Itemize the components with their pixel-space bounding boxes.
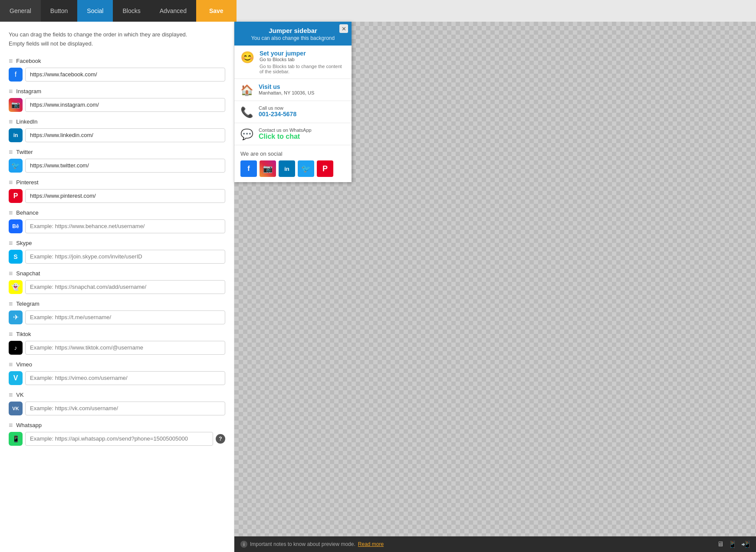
- drag-handle-pinterest[interactable]: ≡: [9, 179, 13, 186]
- label-snapchat: Snapchat: [16, 270, 40, 277]
- jumper-title: Set your jumper: [260, 50, 345, 57]
- sidebar-block-whatsapp: 💬 Contact us on WhatsApp Click to chat: [234, 123, 352, 145]
- tab-general[interactable]: General: [0, 0, 41, 22]
- label-facebook: Facebook: [16, 58, 41, 64]
- icon-skype: S: [9, 250, 23, 264]
- input-behance[interactable]: [25, 219, 225, 233]
- bottom-bar-actions: 🖥 📱 📲: [717, 540, 750, 549]
- input-pinterest[interactable]: [25, 189, 225, 203]
- call-phone: 001-234-5678: [259, 111, 345, 118]
- drag-handle-facebook[interactable]: ≡: [9, 57, 13, 65]
- social-section: We are on social f 📷 in 🐦 P: [234, 145, 352, 182]
- icon-whatsapp: 📱: [9, 432, 23, 446]
- input-whatsapp[interactable]: [25, 432, 213, 446]
- drag-handle-tiktok[interactable]: ≡: [9, 330, 13, 338]
- drag-handle-skype[interactable]: ≡: [9, 239, 13, 247]
- preview-icon-facebook[interactable]: f: [240, 160, 257, 177]
- call-label: Call us now: [259, 105, 345, 111]
- icon-twitter: 🐦: [9, 159, 23, 173]
- preview-icon-linkedin[interactable]: in: [279, 160, 295, 177]
- label-pinterest: Pinterest: [16, 179, 38, 186]
- help-icon-whatsapp[interactable]: ?: [216, 434, 225, 444]
- mobile-icon[interactable]: 📲: [741, 540, 750, 549]
- left-panel: You can drag the fields to change the or…: [0, 22, 234, 552]
- input-vk[interactable]: [25, 402, 225, 415]
- input-tiktok[interactable]: [25, 341, 225, 355]
- tab-blocks[interactable]: Blocks: [113, 0, 150, 22]
- sidebar-preview: ✕ Jumper sidebar You can also change thi…: [234, 22, 352, 182]
- label-linkedin: LinkedIn: [16, 118, 37, 125]
- input-facebook[interactable]: [25, 68, 225, 82]
- sidebar-block-jumper: 😊 Set your jumper Go to Blocks tab Go to…: [234, 46, 352, 79]
- preview-icon-instagram[interactable]: 📷: [260, 160, 276, 177]
- icon-behance: Bē: [9, 219, 23, 233]
- visit-title: Visit us: [259, 83, 345, 90]
- tab-social[interactable]: Social: [77, 0, 113, 22]
- social-field-facebook: ≡ Facebook f: [9, 57, 225, 82]
- whatsapp-label: Contact us on WhatsApp: [259, 127, 345, 133]
- sidebar-subtitle: You can also change this backgrond: [241, 35, 345, 41]
- social-field-tiktok: ≡ Tiktok ♪: [9, 330, 225, 355]
- whatsapp-action[interactable]: Click to chat: [259, 133, 345, 140]
- sidebar-close-button[interactable]: ✕: [339, 24, 348, 33]
- smiley-icon: 😊: [240, 51, 254, 64]
- sidebar-header: ✕ Jumper sidebar You can also change thi…: [234, 22, 352, 46]
- social-field-whatsapp: ≡ Whatsapp 📱 ?: [9, 421, 225, 446]
- social-field-behance: ≡ Behance Bē: [9, 209, 225, 233]
- preview-icon-pinterest[interactable]: P: [317, 160, 333, 177]
- drag-handle-behance[interactable]: ≡: [9, 209, 13, 217]
- home-icon: 🏠: [240, 84, 253, 96]
- icon-instagram: 📷: [9, 98, 23, 112]
- tab-button[interactable]: Button: [41, 0, 77, 22]
- read-more-link[interactable]: Read more: [358, 541, 384, 547]
- tablet-icon[interactable]: 📱: [728, 540, 737, 549]
- bottom-bar-info: i Important notes to know about preview …: [240, 541, 384, 548]
- label-whatsapp: Whatsapp: [16, 422, 42, 428]
- social-section-title: We are on social: [240, 150, 345, 157]
- right-panel: ✕ Jumper sidebar You can also change thi…: [234, 22, 756, 552]
- monitor-icon[interactable]: 🖥: [717, 540, 724, 549]
- input-vimeo[interactable]: [25, 371, 225, 385]
- input-linkedin[interactable]: [25, 128, 225, 142]
- drag-handle-snapchat[interactable]: ≡: [9, 270, 13, 278]
- save-button[interactable]: Save: [196, 0, 237, 22]
- input-snapchat[interactable]: [25, 280, 225, 294]
- social-field-vk: ≡ VK VK: [9, 391, 225, 415]
- whatsapp-icon: 💬: [240, 128, 253, 140]
- social-icons-row: f 📷 in 🐦 P: [240, 160, 345, 177]
- label-instagram: Instagram: [16, 88, 41, 95]
- icon-facebook: f: [9, 68, 23, 82]
- icon-telegram: ✈: [9, 310, 23, 324]
- preview-icon-twitter[interactable]: 🐦: [298, 160, 314, 177]
- jumper-desc: Go to Blocks tab to change the content o…: [260, 64, 345, 74]
- social-field-pinterest: ≡ Pinterest P: [9, 179, 225, 203]
- sidebar-title: Jumper sidebar: [241, 27, 345, 34]
- info-icon: i: [240, 541, 247, 548]
- input-skype[interactable]: [25, 250, 225, 264]
- drag-handle-twitter[interactable]: ≡: [9, 148, 13, 156]
- icon-linkedin: in: [9, 128, 23, 142]
- social-field-telegram: ≡ Telegram ✈: [9, 300, 225, 324]
- bottom-bar-text: Important notes to know about preview mo…: [250, 541, 355, 547]
- label-skype: Skype: [16, 240, 32, 246]
- icon-tiktok: ♪: [9, 341, 23, 355]
- input-telegram[interactable]: [25, 310, 225, 324]
- drag-handle-telegram[interactable]: ≡: [9, 300, 13, 308]
- drag-handle-vimeo[interactable]: ≡: [9, 361, 13, 369]
- label-vimeo: Vimeo: [16, 361, 32, 368]
- drag-handle-whatsapp[interactable]: ≡: [9, 421, 13, 429]
- tab-advanced[interactable]: Advanced: [150, 0, 196, 22]
- bottom-bar: i Important notes to know about preview …: [234, 536, 756, 552]
- social-field-linkedin: ≡ LinkedIn in: [9, 118, 225, 142]
- icon-vk: VK: [9, 402, 23, 415]
- icon-pinterest: P: [9, 189, 23, 203]
- input-instagram[interactable]: [25, 98, 225, 112]
- input-twitter[interactable]: [25, 159, 225, 173]
- drag-handle-linkedin[interactable]: ≡: [9, 118, 13, 126]
- drag-handle-vk[interactable]: ≡: [9, 391, 13, 399]
- label-twitter: Twitter: [16, 149, 33, 155]
- hint-text: You can drag the fields to change the or…: [9, 30, 225, 49]
- sidebar-block-visit: 🏠 Visit us Manhattan, NY 10036, US: [234, 79, 352, 101]
- icon-vimeo: V: [9, 371, 23, 385]
- drag-handle-instagram[interactable]: ≡: [9, 88, 13, 95]
